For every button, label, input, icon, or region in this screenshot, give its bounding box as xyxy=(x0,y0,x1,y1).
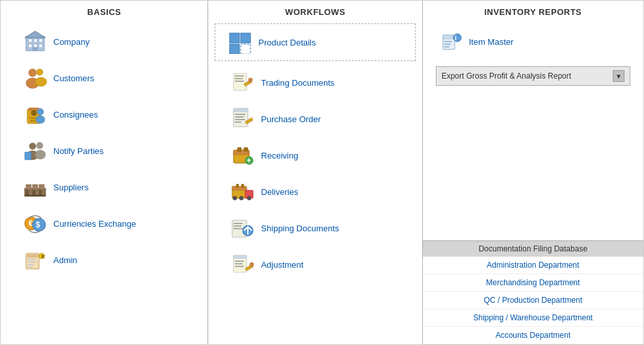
svg-rect-57 xyxy=(235,116,244,118)
doc-filing-item-merchandising[interactable]: Merchandising Department xyxy=(423,274,643,292)
main-container: BASICS Company xyxy=(0,0,644,345)
notify-parties-icon xyxy=(23,139,47,162)
deliveries-label: Deliveries xyxy=(261,187,298,197)
svg-rect-82 xyxy=(235,263,243,264)
svg-rect-42 xyxy=(27,266,33,268)
menu-item-currencies[interactable]: € $ Curriencies Exchange xyxy=(14,205,195,242)
svg-rect-3 xyxy=(39,39,42,42)
svg-rect-63 xyxy=(244,147,248,151)
svg-rect-88 xyxy=(444,44,451,45)
deliveries-icon xyxy=(231,180,254,203)
svg-rect-50 xyxy=(235,75,244,77)
svg-rect-24 xyxy=(25,152,31,160)
menu-item-suppliers[interactable]: Suppliers xyxy=(14,169,195,205)
svg-point-20 xyxy=(29,143,36,149)
workflows-column: WORKFLOWS Product Details xyxy=(208,1,422,344)
svg-rect-38 xyxy=(27,255,38,257)
svg-point-73 xyxy=(247,196,251,200)
menu-item-receiving[interactable]: + Receiving xyxy=(221,137,409,173)
export-report-dropdown[interactable]: Export Gross Profit & Analysis Report ▼ xyxy=(436,67,630,85)
menu-item-notify-parties[interactable]: Notify Parties xyxy=(14,133,195,169)
svg-point-9 xyxy=(29,69,36,77)
basics-menu: Company Customers xyxy=(1,23,208,278)
workflows-menu: Trading Documents Purchase Order xyxy=(208,64,422,283)
svg-point-53 xyxy=(248,78,252,82)
svg-rect-76 xyxy=(234,225,241,227)
item-master-icon: i xyxy=(439,30,463,53)
inventory-column: INVENTORY REPORTS i Item Master Export xyxy=(423,1,643,344)
suppliers-label: Suppliers xyxy=(53,183,88,192)
menu-item-adjustment[interactable]: Adjustment xyxy=(221,246,409,283)
svg-rect-55 xyxy=(234,109,248,112)
svg-rect-86 xyxy=(443,35,455,39)
svg-rect-80 xyxy=(234,255,247,259)
purchase-order-icon xyxy=(231,107,254,131)
doc-filing-item-admin[interactable]: Administration Department xyxy=(423,257,643,274)
company-label: Company xyxy=(53,37,90,47)
notify-parties-label: Notify Parties xyxy=(53,146,103,156)
doc-filing-item-shipping[interactable]: Shipping / Warehouse Department xyxy=(423,309,643,327)
svg-point-72 xyxy=(239,196,243,200)
doc-filing-header: Documentation Filing Database xyxy=(423,241,643,257)
svg-rect-89 xyxy=(444,46,449,47)
menu-item-item-master[interactable]: i Item Master xyxy=(429,23,637,60)
svg-rect-32 xyxy=(25,195,46,196)
svg-rect-6 xyxy=(39,44,42,47)
product-details-label: Product Details xyxy=(258,38,315,47)
svg-marker-7 xyxy=(25,31,46,38)
svg-point-22 xyxy=(36,142,43,149)
purchase-order-label: Purchase Order xyxy=(261,114,321,124)
adjustment-label: Adjustment xyxy=(261,260,303,270)
menu-item-deliveries[interactable]: Deliveries xyxy=(221,173,409,210)
svg-rect-58 xyxy=(235,119,245,120)
admin-label: Admin xyxy=(53,255,77,265)
svg-point-15 xyxy=(31,110,36,116)
adjustment-icon xyxy=(231,253,254,276)
svg-rect-46 xyxy=(241,33,250,43)
trading-documents-label: Trading Documents xyxy=(261,78,334,88)
menu-item-admin[interactable]: ★ Admin xyxy=(14,242,195,278)
menu-item-shipping-documents[interactable]: Shipping Documents xyxy=(221,210,409,246)
menu-item-purchase-order[interactable]: Purchase Order xyxy=(221,101,409,137)
svg-rect-28 xyxy=(39,185,44,190)
svg-rect-17 xyxy=(30,120,35,121)
currencies-icon: € $ xyxy=(23,212,47,235)
receiving-icon: + xyxy=(231,144,254,167)
svg-rect-87 xyxy=(444,41,452,42)
svg-rect-45 xyxy=(230,33,239,43)
svg-point-71 xyxy=(233,196,237,200)
svg-rect-26 xyxy=(26,185,31,190)
svg-rect-77 xyxy=(234,228,243,229)
svg-text:+: + xyxy=(247,156,251,165)
trading-documents-icon xyxy=(231,71,254,94)
doc-filing-section: Documentation Filing Database Administra… xyxy=(423,240,643,344)
svg-rect-2 xyxy=(34,39,37,42)
svg-text:★: ★ xyxy=(40,253,46,260)
svg-rect-52 xyxy=(235,81,244,82)
workflow-featured-product-details[interactable]: Product Details xyxy=(215,23,415,61)
svg-rect-62 xyxy=(237,147,241,151)
dropdown-arrow[interactable]: ▼ xyxy=(613,70,624,82)
doc-filing-item-accounts[interactable]: Accounts Department xyxy=(423,327,643,344)
svg-rect-27 xyxy=(33,185,38,190)
svg-rect-40 xyxy=(27,261,36,262)
menu-item-trading-documents[interactable]: Trading Documents xyxy=(221,64,409,101)
doc-filing-item-qc[interactable]: QC / Production Department xyxy=(423,292,643,309)
currencies-label: Curriencies Exchange xyxy=(53,219,136,229)
svg-rect-81 xyxy=(235,261,244,262)
svg-rect-47 xyxy=(230,44,239,54)
svg-text:i: i xyxy=(455,34,457,42)
svg-point-11 xyxy=(36,69,43,75)
consignees-label: Consignees xyxy=(53,110,98,120)
menu-item-company[interactable]: Company xyxy=(14,23,195,60)
svg-point-18 xyxy=(37,109,44,115)
export-report-section: Export Gross Profit & Analysis Report ▼ xyxy=(436,66,630,86)
receiving-label: Receiving xyxy=(261,151,298,160)
svg-point-12 xyxy=(35,77,47,86)
building-icon xyxy=(23,30,47,53)
admin-icon: ★ xyxy=(23,248,47,272)
menu-item-consignees[interactable]: Consignees xyxy=(14,96,195,133)
svg-rect-1 xyxy=(29,39,32,42)
menu-item-customers[interactable]: Customers xyxy=(14,60,195,96)
svg-rect-59 xyxy=(235,121,241,123)
